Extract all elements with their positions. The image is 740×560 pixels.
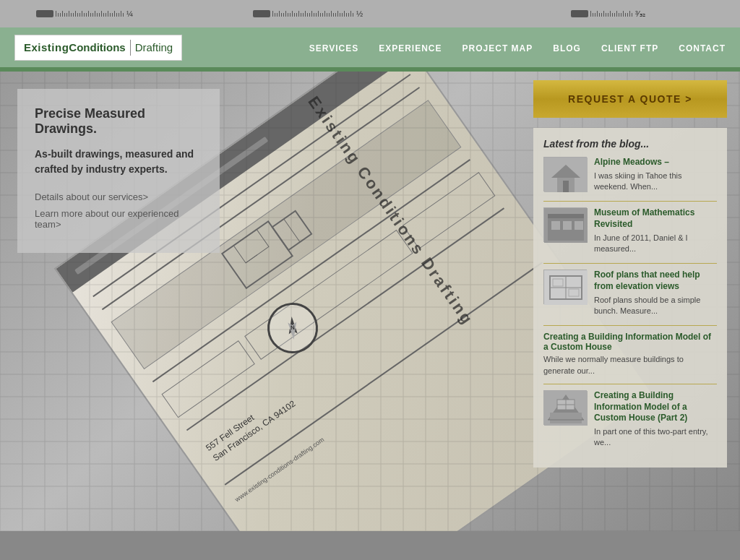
- ruler-icon-3: [571, 10, 588, 17]
- logo-divider: [130, 40, 131, 56]
- blog-item-text-2: Museum of Mathematics Revisited In June …: [594, 207, 717, 254]
- svg-rect-17: [575, 221, 583, 230]
- nav-links: SERVICES EXPERIENCE PROJECT MAP BLOG CLI…: [309, 41, 726, 54]
- logo-existing: Existing: [24, 41, 69, 53]
- svg-rect-15: [551, 221, 560, 230]
- blog-item-title-2: Museum of Mathematics Revisited: [594, 207, 717, 230]
- blog-item-title-bottom: Creating a Building Information Model of…: [594, 390, 717, 424]
- svg-rect-11: [563, 181, 569, 192]
- nav-link-services[interactable]: SERVICES: [309, 43, 358, 53]
- ruler-fraction-2: ½: [356, 9, 363, 18]
- svg-rect-16: [563, 221, 572, 230]
- blog-divider-1: [543, 201, 717, 202]
- svg-rect-14: [548, 214, 584, 218]
- blog-text-item-1[interactable]: Creating a Building Information Model of…: [543, 332, 717, 376]
- svg-rect-26: [550, 413, 582, 423]
- nav-item-services[interactable]: SERVICES: [309, 41, 358, 54]
- blog-item-excerpt-3: Roof plans should be a simple bunch. Mea…: [594, 295, 717, 317]
- nav-link-client-ftp[interactable]: CLIENT FTP: [601, 43, 658, 53]
- blog-item-excerpt-bottom: In part one of this two-part entry, we..…: [594, 426, 717, 449]
- quote-button[interactable]: REQUEST A QUOTE >: [533, 80, 727, 118]
- blog-item-bottom[interactable]: Creating a Building Information Model of…: [543, 390, 717, 449]
- blog-img-svg-bottom: [544, 391, 588, 426]
- nav-link-experience[interactable]: EXPERIENCE: [379, 43, 442, 53]
- nav-link-blog[interactable]: BLOG: [553, 43, 581, 53]
- blog-img-svg-3: [544, 270, 588, 305]
- ruler-strip: ¼: [0, 0, 740, 27]
- team-link[interactable]: Learn more about our experienced team>: [35, 208, 202, 230]
- blog-item-2[interactable]: Museum of Mathematics Revisited In June …: [543, 207, 717, 254]
- navbar: Existing Conditions Drafting SERVICES EX…: [0, 27, 740, 67]
- blog-panel-title: Latest from the blog...: [543, 138, 717, 150]
- ruler-fraction-3: ³⁄₃₂: [635, 9, 645, 19]
- logo-conditions: Conditions: [69, 41, 125, 53]
- blog-img-2: [543, 207, 587, 242]
- ruler-icon-2: [253, 10, 270, 17]
- blog-item-title-3: Roof plans that need help from elevation…: [594, 270, 717, 292]
- blog-item-title-1: Alpine Meadows –: [594, 157, 717, 168]
- blog-divider-3: [543, 325, 717, 326]
- ruler-marks: ¼: [14, 0, 726, 27]
- ruler-icon-1: [36, 10, 53, 17]
- blog-divider-4: [543, 384, 717, 384]
- blog-divider-2: [543, 263, 717, 264]
- nav-item-project-map[interactable]: PROJECT MAP: [462, 41, 533, 54]
- nav-item-client-ftp[interactable]: CLIENT FTP: [601, 41, 658, 54]
- blog-text-excerpt-1: While we normally measure buildings to g…: [543, 354, 717, 376]
- nav-link-contact[interactable]: CONTACT: [679, 43, 726, 53]
- right-sidebar: REQUEST A QUOTE > Latest from the blog..…: [533, 80, 727, 468]
- blog-item-excerpt-1: I was skiing in Tahoe this weekend. When…: [594, 171, 717, 193]
- blog-img-svg-1: [544, 158, 588, 192]
- blog-img-svg-2: [544, 208, 588, 243]
- services-link[interactable]: Details about our services>: [35, 191, 202, 202]
- blog-img-bottom: [543, 390, 587, 425]
- logo-drafting: Drafting: [135, 41, 173, 53]
- ruler-ticks-1: [56, 11, 124, 17]
- blog-item-1[interactable]: Alpine Meadows – I was skiing in Tahoe t…: [543, 157, 717, 192]
- blog-item-excerpt-2: In June of 2011, Daniel & I measured...: [594, 233, 717, 255]
- left-panel: Precise Measured Drawings. As-built draw…: [17, 89, 220, 253]
- main-content: 557 Fell Street San Francisco, CA 94102 …: [0, 72, 740, 531]
- blog-img-3: [543, 270, 587, 304]
- logo[interactable]: Existing Conditions Drafting: [14, 35, 182, 61]
- blog-panel: Latest from the blog... Alpine Meadows –…: [533, 128, 727, 468]
- blog-item-text-bottom: Creating a Building Information Model of…: [594, 390, 717, 449]
- ruler-ticks-3: [590, 11, 632, 17]
- nav-item-contact[interactable]: CONTACT: [679, 41, 726, 54]
- nav-link-project-map[interactable]: PROJECT MAP: [462, 43, 533, 53]
- nav-item-blog[interactable]: BLOG: [553, 41, 581, 54]
- blog-item-text-3: Roof plans that need help from elevation…: [594, 270, 717, 316]
- blog-img-1: [543, 157, 587, 191]
- blog-item-text-1: Alpine Meadows – I was skiing in Tahoe t…: [594, 157, 717, 192]
- hero-headline: Precise Measured Drawings.: [35, 106, 202, 137]
- blog-text-title-1: Creating a Building Information Model of…: [543, 332, 717, 352]
- hero-subheadline: As-built drawings, measured and crafted …: [35, 147, 202, 177]
- ruler-ticks-2: [272, 11, 353, 17]
- ruler-fraction-1: ¼: [126, 9, 133, 18]
- blog-item-3[interactable]: Roof plans that need help from elevation…: [543, 270, 717, 316]
- nav-item-experience[interactable]: EXPERIENCE: [379, 41, 442, 54]
